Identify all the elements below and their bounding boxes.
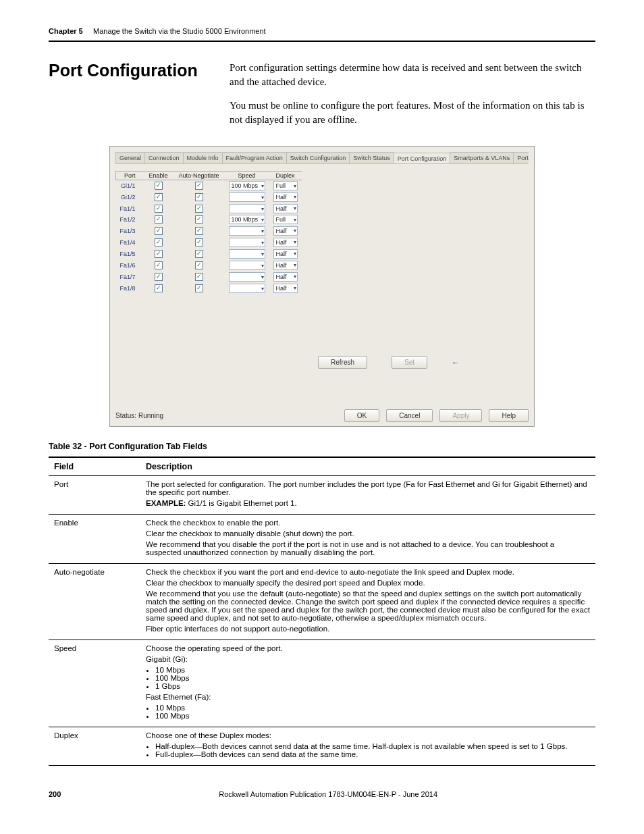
refresh-button[interactable]: Refresh bbox=[318, 356, 367, 369]
enable-checkbox[interactable]: ✓ bbox=[155, 193, 163, 201]
duplex-select[interactable]: Half▾ bbox=[273, 192, 298, 202]
enable-checkbox[interactable]: ✓ bbox=[155, 205, 163, 213]
col-port: Port bbox=[116, 172, 144, 180]
chevron-down-icon: ▾ bbox=[261, 263, 264, 269]
auto-checkbox[interactable]: ✓ bbox=[195, 182, 203, 190]
tab-switch-config[interactable]: Switch Configuration bbox=[286, 152, 350, 163]
page-footer: 200 Rockwell Automation Publication 1783… bbox=[49, 790, 595, 798]
port-table: Port Enable Auto-Negotiate Speed Duplex … bbox=[115, 171, 302, 294]
enable-checkbox[interactable]: ✓ bbox=[155, 284, 163, 292]
speed-select[interactable]: ▾ bbox=[229, 192, 265, 202]
tab-fault-program[interactable]: Fault/Program Action bbox=[222, 152, 287, 163]
enable-checkbox[interactable]: ✓ bbox=[155, 273, 163, 281]
tab-switch-status[interactable]: Switch Status bbox=[349, 152, 394, 163]
speed-select[interactable]: ▾ bbox=[229, 204, 265, 213]
speed-select[interactable]: ▾ bbox=[229, 284, 265, 293]
tab-smartports[interactable]: Smartports & VLANs bbox=[450, 152, 514, 163]
table-row: Fa1/8✓✓▾Half▾ bbox=[116, 282, 302, 294]
table-row: Fa1/1✓✓▾Half▾ bbox=[116, 203, 302, 214]
duplex-select[interactable]: Half▾ bbox=[273, 204, 298, 213]
duplex-select[interactable]: Half▾ bbox=[273, 238, 298, 247]
row-duplex: Duplex Choose one of these Duplex modes:… bbox=[49, 727, 595, 766]
duplex-select[interactable]: Half▾ bbox=[273, 226, 298, 236]
enable-checkbox[interactable]: ✓ bbox=[155, 261, 163, 269]
auto-checkbox[interactable]: ✓ bbox=[195, 238, 203, 246]
port-id: Fa1/7 bbox=[116, 271, 144, 282]
field-duplex: Duplex bbox=[49, 727, 140, 766]
tab-module-info[interactable]: Module Info bbox=[183, 152, 223, 163]
speed-select[interactable]: ▾ bbox=[229, 261, 265, 270]
auto-checkbox[interactable]: ✓ bbox=[195, 273, 203, 281]
intro-text: Port configuration settings determine ho… bbox=[230, 61, 595, 136]
auto-checkbox[interactable]: ✓ bbox=[195, 205, 203, 213]
chevron-down-icon: ▾ bbox=[294, 262, 296, 268]
tab-general[interactable]: General bbox=[115, 152, 145, 163]
auto-checkbox[interactable]: ✓ bbox=[195, 261, 203, 269]
tab-port-config[interactable]: Port Configuration bbox=[394, 153, 451, 164]
enable-checkbox[interactable]: ✓ bbox=[155, 250, 163, 258]
th-desc: Description bbox=[140, 457, 595, 476]
tab-connection[interactable]: Connection bbox=[144, 152, 184, 163]
row-auto: Auto-negotiate Check the checkbox if you… bbox=[49, 564, 595, 640]
col-speed: Speed bbox=[225, 172, 269, 180]
chapter-title: Manage the Switch via the Studio 5000 En… bbox=[93, 27, 266, 35]
enable-checkbox[interactable]: ✓ bbox=[155, 238, 163, 246]
speed-select[interactable]: ▾ bbox=[229, 226, 265, 236]
speed-select[interactable]: ▾ bbox=[229, 272, 265, 282]
speed-select[interactable]: 100 Mbps▾ bbox=[229, 215, 265, 224]
page-header: Chapter 5 Manage the Switch via the Stud… bbox=[49, 27, 595, 35]
duplex-select[interactable]: Half▾ bbox=[273, 272, 298, 282]
port-id: Fa1/1 bbox=[116, 203, 144, 214]
chevron-down-icon: ▾ bbox=[261, 183, 264, 189]
port-config-dialog: General Connection Module Info Fault/Pro… bbox=[109, 146, 535, 427]
apply-button[interactable]: Apply bbox=[439, 409, 482, 422]
enable-checkbox[interactable]: ✓ bbox=[155, 215, 163, 224]
auto-checkbox[interactable]: ✓ bbox=[195, 227, 203, 235]
table-row: Gi1/1✓✓100 Mbps▾Full▾ bbox=[116, 180, 302, 192]
port-id: Gi1/2 bbox=[116, 191, 144, 203]
port-id: Fa1/5 bbox=[116, 248, 144, 259]
speed-select[interactable]: 100 Mbps▾ bbox=[229, 181, 265, 190]
col-enable: Enable bbox=[144, 172, 173, 180]
page-number: 200 bbox=[49, 790, 61, 798]
duplex-select[interactable]: Half▾ bbox=[273, 261, 298, 270]
table-row: Fa1/2✓✓100 Mbps▾Full▾ bbox=[116, 214, 302, 225]
header-rule bbox=[49, 41, 595, 42]
page-title: Port Configuration bbox=[49, 61, 211, 80]
table-row: Fa1/5✓✓▾Half▾ bbox=[116, 248, 302, 259]
chevron-down-icon: ▾ bbox=[261, 217, 264, 223]
chevron-down-icon: ▾ bbox=[261, 286, 264, 292]
chapter-label: Chapter 5 bbox=[49, 27, 83, 35]
speed-select[interactable]: ▾ bbox=[229, 238, 265, 247]
enable-checkbox[interactable]: ✓ bbox=[155, 182, 163, 190]
enable-checkbox[interactable]: ✓ bbox=[155, 227, 163, 235]
speed-select[interactable]: ▾ bbox=[229, 249, 265, 259]
tab-strip: General Connection Module Info Fault/Pro… bbox=[115, 152, 529, 164]
chevron-down-icon: ▾ bbox=[261, 194, 264, 201]
col-duplex: Duplex bbox=[269, 172, 302, 180]
field-port: Port bbox=[49, 476, 140, 515]
field-enable: Enable bbox=[49, 515, 140, 564]
ok-button[interactable]: OK bbox=[344, 409, 379, 422]
chevron-down-icon: ▾ bbox=[294, 228, 296, 234]
tab-thresholds[interactable]: Port Thresholds bbox=[513, 152, 529, 163]
chevron-down-icon: ▾ bbox=[294, 285, 296, 291]
duplex-select[interactable]: Full▾ bbox=[273, 181, 298, 190]
chevron-down-icon: ▾ bbox=[294, 273, 296, 280]
chevron-down-icon: ▾ bbox=[294, 239, 296, 245]
auto-checkbox[interactable]: ✓ bbox=[195, 193, 203, 201]
duplex-select[interactable]: Full▾ bbox=[273, 215, 298, 224]
port-id: Gi1/1 bbox=[116, 180, 144, 192]
chevron-down-icon: ▾ bbox=[294, 217, 296, 223]
chevron-down-icon: ▾ bbox=[294, 194, 296, 200]
duplex-select[interactable]: Half▾ bbox=[273, 249, 298, 259]
auto-checkbox[interactable]: ✓ bbox=[195, 250, 203, 258]
duplex-select[interactable]: Half▾ bbox=[273, 284, 298, 293]
set-button[interactable]: Set bbox=[392, 356, 427, 369]
auto-checkbox[interactable]: ✓ bbox=[195, 215, 203, 224]
auto-checkbox[interactable]: ✓ bbox=[195, 284, 203, 292]
help-button[interactable]: Help bbox=[489, 409, 529, 422]
cancel-button[interactable]: Cancel bbox=[386, 409, 433, 422]
chevron-down-icon: ▾ bbox=[261, 228, 264, 234]
back-arrow-icon[interactable]: ← bbox=[452, 358, 460, 367]
